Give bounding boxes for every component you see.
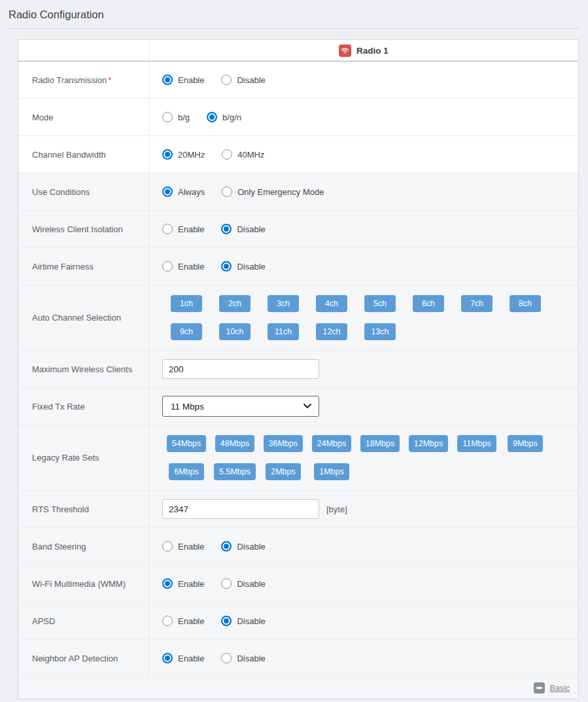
button-3ch[interactable]: 3ch: [268, 295, 299, 312]
button-48mbps[interactable]: 48Mbps: [215, 435, 254, 452]
radio-button-selected[interactable]: [162, 653, 173, 663]
button-slot: 54Mbps: [162, 435, 211, 452]
radio-option-label: Always: [178, 187, 205, 197]
radio-option-disable[interactable]: Disable: [221, 541, 265, 552]
config-row-auto-channel-selection: Auto Channel Selection1ch2ch3ch4ch5ch6ch…: [18, 285, 578, 351]
row-label: Wireless Client Isolation: [32, 224, 123, 234]
config-row-fixed-tx-rate: Fixed Tx Rate11 Mbps: [18, 388, 578, 425]
radio-option-always[interactable]: Always: [162, 186, 205, 197]
button-13ch[interactable]: 13ch: [364, 323, 396, 340]
config-row-use-conditions: Use ConditionsAlwaysOnly Emergency Mode: [18, 173, 578, 211]
radio-button-selected[interactable]: [221, 224, 232, 234]
button-2mbps[interactable]: 2Mbps: [266, 463, 301, 480]
radio-button-selected[interactable]: [221, 261, 232, 272]
radio-option-label: Disable: [237, 616, 265, 626]
radio-option-enable[interactable]: Enable: [162, 75, 204, 85]
radio-button[interactable]: [162, 261, 173, 272]
radio-option-disable[interactable]: Disable: [221, 578, 265, 589]
button-slot: 1ch: [162, 295, 211, 312]
radio-option-disable[interactable]: Disable: [221, 224, 265, 234]
button-slot: 36Mbps: [259, 435, 307, 452]
button-12ch[interactable]: 12ch: [316, 323, 347, 340]
radio-button-selected[interactable]: [162, 186, 173, 197]
button-11ch[interactable]: 11ch: [268, 323, 299, 340]
radio-option-label: Enable: [178, 654, 204, 663]
row-label-cell: Channel Bandwidth: [18, 136, 149, 173]
row-label: Maximum Wireless Clients: [32, 364, 132, 374]
radio-option-disable[interactable]: Disable: [221, 75, 265, 85]
radio-button-selected[interactable]: [162, 578, 173, 589]
radio-button-selected[interactable]: [207, 112, 217, 122]
button-36mbps[interactable]: 36Mbps: [264, 435, 303, 452]
radio-button[interactable]: [221, 578, 232, 589]
rts-threshold-input[interactable]: [162, 499, 319, 519]
radio-option-label: Enable: [178, 75, 204, 85]
button-4ch[interactable]: 4ch: [316, 295, 347, 312]
button-6ch[interactable]: 6ch: [413, 295, 444, 312]
radio-button[interactable]: [222, 149, 232, 160]
button-1mbps[interactable]: 1Mbps: [314, 463, 349, 480]
button-5-5mbps[interactable]: 5.5Mbps: [214, 463, 256, 480]
radio-button[interactable]: [221, 75, 232, 85]
radio-option-label: Enable: [178, 224, 204, 234]
button-54mbps[interactable]: 54Mbps: [167, 435, 206, 452]
radio-option-enable[interactable]: Enable: [162, 261, 204, 272]
button-2ch[interactable]: 2ch: [219, 295, 251, 312]
radio-option-b-g-n[interactable]: b/g/n: [207, 112, 241, 122]
fixed-tx-rate-select[interactable]: 11 Mbps: [162, 396, 319, 417]
radio-option-b-g[interactable]: b/g: [162, 112, 190, 122]
row-content-cell: b/gb/g/n: [149, 99, 578, 135]
radio-button[interactable]: [162, 616, 173, 626]
radio-button[interactable]: [162, 541, 173, 552]
maximum-wireless-clients-input[interactable]: [162, 359, 319, 379]
button-7ch[interactable]: 7ch: [461, 295, 493, 312]
row-label-cell: Wi-Fi Multimedia (WMM): [18, 565, 149, 602]
basic-toggle-link[interactable]: Basic: [549, 684, 570, 693]
button-9mbps[interactable]: 9Mbps: [508, 435, 543, 452]
radio-button-selected[interactable]: [162, 75, 173, 85]
button-1ch[interactable]: 1ch: [171, 295, 202, 312]
button-11mbps[interactable]: 11Mbps: [457, 435, 496, 452]
button-24mbps[interactable]: 24Mbps: [312, 435, 351, 452]
button-slot: 18Mbps: [356, 435, 404, 452]
radio-button-selected[interactable]: [221, 541, 232, 552]
button-10ch[interactable]: 10ch: [219, 323, 251, 340]
radio-option-enable[interactable]: Enable: [162, 224, 204, 234]
radio-option-disable[interactable]: Disable: [221, 261, 265, 272]
row-label: Neighbor AP Detection: [32, 654, 118, 663]
button-9ch[interactable]: 9ch: [171, 323, 202, 340]
radio-button[interactable]: [162, 224, 173, 234]
radio-button[interactable]: [162, 112, 173, 122]
button-5ch[interactable]: 5ch: [364, 295, 396, 312]
radio-button[interactable]: [222, 186, 232, 197]
radio-option-disable[interactable]: Disable: [221, 653, 265, 663]
row-label-cell: RTS Threshold: [18, 491, 149, 527]
radio-option-20mhz[interactable]: 20MHz: [162, 149, 205, 160]
radio-button[interactable]: [221, 653, 232, 663]
radio-option-only-emergency-mode[interactable]: Only Emergency Mode: [222, 186, 324, 197]
radio-option-disable[interactable]: Disable: [221, 616, 265, 626]
button-group: 54Mbps48Mbps36Mbps24Mbps18Mbps12Mbps11Mb…: [162, 429, 555, 486]
page-title: Radio Configuration: [0, 0, 588, 21]
radio-option-label: Enable: [178, 579, 204, 589]
button-group: 1ch2ch3ch4ch5ch6ch7ch8ch9ch10ch11ch12ch1…: [162, 289, 555, 346]
config-row-mode: Modeb/gb/g/n: [18, 99, 578, 136]
radio-button-selected[interactable]: [162, 149, 173, 160]
radio-option-enable[interactable]: Enable: [162, 541, 204, 552]
radio-option-40mhz[interactable]: 40MHz: [222, 149, 264, 160]
radio-option-enable[interactable]: Enable: [162, 578, 204, 589]
button-18mbps[interactable]: 18Mbps: [360, 435, 400, 452]
title-divider: [8, 28, 580, 29]
button-slot: 3ch: [259, 295, 307, 312]
row-label: Channel Bandwidth: [32, 150, 106, 160]
radio-option-enable[interactable]: Enable: [162, 616, 204, 626]
radio-button-selected[interactable]: [221, 616, 232, 626]
button-6mbps[interactable]: 6Mbps: [169, 463, 204, 480]
collapse-minus-icon[interactable]: [534, 682, 545, 693]
button-slot: 12Mbps: [404, 435, 453, 452]
radio-option-enable[interactable]: Enable: [162, 653, 204, 663]
row-label-cell: Fixed Tx Rate: [18, 388, 149, 425]
button-12mbps[interactable]: 12Mbps: [409, 435, 448, 452]
row-label: Fixed Tx Rate: [32, 402, 85, 412]
button-8ch[interactable]: 8ch: [510, 295, 541, 312]
